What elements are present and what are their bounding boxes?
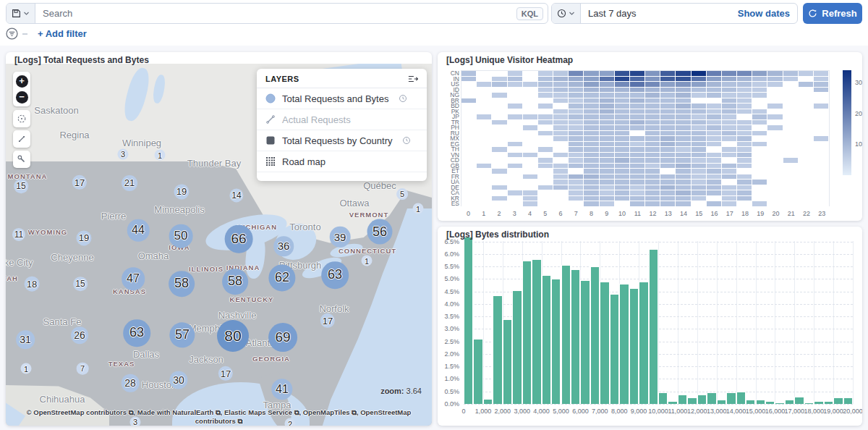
map-cluster-bubble[interactable]: 15 <box>14 179 28 193</box>
heatmap-cell[interactable] <box>814 136 829 142</box>
heatmap-cell[interactable] <box>600 196 615 202</box>
heatmap-cell[interactable] <box>814 131 829 137</box>
heatmap-cell[interactable] <box>538 109 553 115</box>
heatmap-cell[interactable] <box>814 153 829 159</box>
heatmap-cell[interactable] <box>783 98 799 104</box>
heatmap-cell[interactable] <box>799 98 814 104</box>
refresh-button[interactable]: Refresh <box>803 3 862 24</box>
map-cluster-bubble[interactable]: 7 <box>77 363 89 375</box>
heatmap-cell[interactable] <box>615 93 630 98</box>
heatmap-cell[interactable] <box>630 120 645 126</box>
heatmap-cell[interactable] <box>630 109 645 115</box>
heatmap-cell[interactable] <box>492 136 507 142</box>
heatmap-cell[interactable] <box>660 164 676 169</box>
heatmap-cell[interactable] <box>722 71 737 77</box>
heatmap-cell[interactable] <box>538 164 553 169</box>
heatmap-cell[interactable] <box>767 114 783 120</box>
heatmap-cell[interactable] <box>799 158 814 164</box>
heatmap-cell[interactable] <box>660 71 676 77</box>
heatmap-cell[interactable] <box>615 201 630 207</box>
heatmap-cell[interactable] <box>538 174 553 180</box>
heatmap-cell[interactable] <box>523 136 538 142</box>
heatmap-cell[interactable] <box>645 180 660 185</box>
bytes-bar[interactable] <box>687 397 697 404</box>
heatmap-cell[interactable] <box>692 174 707 180</box>
heatmap-cell[interactable] <box>569 185 584 191</box>
bytes-bar[interactable] <box>814 401 823 404</box>
heatmap-cell[interactable] <box>676 180 691 185</box>
heatmap-cell[interactable] <box>630 158 645 164</box>
heatmap-cell[interactable] <box>676 164 691 169</box>
heatmap-cell[interactable] <box>692 88 707 93</box>
heatmap-cell[interactable] <box>553 125 569 131</box>
heatmap-cell[interactable] <box>783 71 799 77</box>
heatmap-cell[interactable] <box>692 93 707 98</box>
heatmap-cell[interactable] <box>707 169 722 174</box>
heatmap-cell[interactable] <box>508 169 523 174</box>
map-measure-button[interactable] <box>13 130 30 148</box>
heatmap-cell[interactable] <box>569 142 584 148</box>
heatmap-cell[interactable] <box>645 109 660 115</box>
map-cluster-bubble[interactable]: 26 <box>71 326 88 344</box>
heatmap-cell[interactable] <box>814 98 829 104</box>
heatmap-cell[interactable] <box>645 82 660 88</box>
heatmap-cell[interactable] <box>799 185 814 191</box>
heatmap-cell[interactable] <box>799 196 814 202</box>
heatmap-cell[interactable] <box>783 164 799 169</box>
heatmap-cell[interactable] <box>477 77 492 83</box>
heatmap-cell[interactable] <box>676 196 691 202</box>
heatmap-cell[interactable] <box>492 88 507 93</box>
heatmap-cell[interactable] <box>477 131 492 137</box>
heatmap-cell[interactable] <box>737 109 752 115</box>
heatmap-cell[interactable] <box>737 77 752 83</box>
heatmap-cell[interactable] <box>645 196 660 202</box>
heatmap-cell[interactable] <box>722 120 737 126</box>
heatmap-cell[interactable] <box>600 77 615 83</box>
heatmap-cell[interactable] <box>783 153 799 159</box>
heatmap-cell[interactable] <box>630 88 645 93</box>
bytes-bar[interactable] <box>561 265 571 404</box>
add-filter-link[interactable]: + Add filter <box>38 28 87 39</box>
search-input[interactable]: Search KQL <box>6 3 548 24</box>
heatmap-cell[interactable] <box>722 201 737 207</box>
heatmap-cell[interactable] <box>767 109 783 115</box>
heatmap-cell[interactable] <box>752 180 767 185</box>
heatmap-cell[interactable] <box>461 136 477 142</box>
heatmap-cell[interactable] <box>584 153 599 159</box>
bytes-bar[interactable] <box>794 397 804 404</box>
heatmap-cell[interactable] <box>538 120 553 126</box>
heatmap-cell[interactable] <box>538 71 553 77</box>
heatmap-cell[interactable] <box>508 82 523 88</box>
heatmap-cell[interactable] <box>615 142 630 148</box>
heatmap-cell[interactable] <box>676 190 691 196</box>
heatmap-cell[interactable] <box>630 104 645 109</box>
heatmap-cell[interactable] <box>630 174 645 180</box>
heatmap-cell[interactable] <box>477 88 492 93</box>
heatmap-cell[interactable] <box>692 104 707 109</box>
heatmap-cell[interactable] <box>767 131 783 137</box>
heatmap-cell[interactable] <box>553 131 569 137</box>
heatmap-cell[interactable] <box>752 158 767 164</box>
heatmap-cell[interactable] <box>492 153 507 159</box>
heatmap-cell[interactable] <box>584 201 599 207</box>
heatmap-cell[interactable] <box>660 190 676 196</box>
heatmap-cell[interactable] <box>477 169 492 174</box>
heatmap-cell[interactable] <box>660 185 676 191</box>
heatmap-cell[interactable] <box>799 174 814 180</box>
heatmap-cell[interactable] <box>783 180 799 185</box>
heatmap-cell[interactable] <box>461 153 477 159</box>
bytes-bar[interactable] <box>522 261 532 404</box>
heatmap-cell[interactable] <box>799 153 814 159</box>
heatmap-cell[interactable] <box>814 77 829 83</box>
heatmap-cell[interactable] <box>553 104 569 109</box>
heatmap-cell[interactable] <box>645 158 660 164</box>
heatmap-cell[interactable] <box>569 98 584 104</box>
heatmap-cell[interactable] <box>645 169 660 174</box>
heatmap-cell[interactable] <box>584 104 599 109</box>
heatmap-cell[interactable] <box>737 201 752 207</box>
heatmap-cell[interactable] <box>722 125 737 131</box>
heatmap-cell[interactable] <box>722 77 737 83</box>
heatmap-cell[interactable] <box>799 142 814 148</box>
heatmap-cell[interactable] <box>630 180 645 185</box>
heatmap-cell[interactable] <box>492 104 507 109</box>
